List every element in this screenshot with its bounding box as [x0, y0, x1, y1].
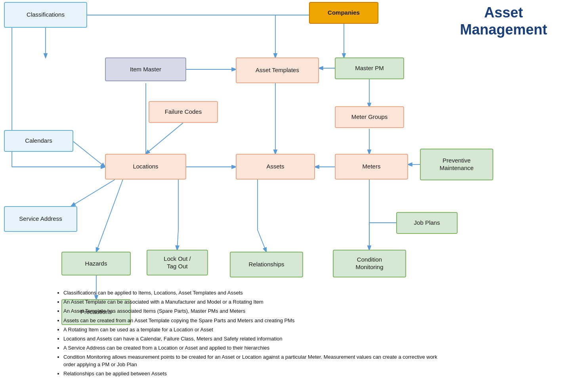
failure-codes-node: Failure Codes — [149, 101, 218, 123]
companies-node: Companies — [309, 2, 378, 24]
note-item: Assets can be created from an Asset Temp… — [63, 317, 444, 324]
note-item: A Rotating Item can be used as a templat… — [63, 326, 444, 333]
condition-monitoring-node: Condition Monitoring — [333, 250, 406, 277]
note-item: An Asset Template can be associated with… — [63, 298, 444, 306]
item-master-node: Item Master — [105, 57, 186, 81]
note-item: Locations and Assets can have a Calendar… — [63, 335, 444, 342]
notes-list: Classifications can be applied to Items,… — [55, 289, 444, 377]
meters-node: Meters — [335, 154, 408, 180]
note-item: Classifications can be applied to Items,… — [63, 289, 444, 296]
svg-line-19 — [177, 230, 178, 250]
page-title: AssetManagement — [448, 4, 559, 38]
assets-node: Assets — [236, 154, 315, 180]
svg-line-17 — [96, 180, 123, 252]
svg-line-21 — [258, 230, 266, 252]
service-address-node: Service Address — [4, 206, 77, 232]
classifications-node: Classifications — [4, 2, 87, 28]
svg-line-16 — [71, 180, 115, 206]
note-item: Relationships can be applied between Ass… — [63, 370, 444, 377]
svg-line-12 — [73, 142, 105, 167]
hazards-node: Hazards — [61, 252, 131, 275]
meter-groups-node: Meter Groups — [335, 106, 404, 128]
relationships-node: Relationships — [230, 252, 303, 277]
note-item: Condition Monitoring allows measurement … — [63, 354, 444, 368]
note-item: An Asset Template has associated Items (… — [63, 308, 444, 315]
note-item: A Service Address can be created from a … — [63, 344, 444, 352]
notes-area: Classifications can be applied to Items,… — [55, 289, 444, 379]
calendars-node: Calendars — [4, 130, 73, 152]
svg-line-10 — [146, 123, 183, 154]
preventive-maintenance-node: Preventive Maintenance — [420, 149, 493, 180]
locations-node: Locations — [105, 154, 186, 180]
job-plans-node: Job Plans — [396, 212, 458, 234]
master-pm-node: Master PM — [335, 57, 404, 79]
asset-templates-node: Asset Templates — [236, 57, 319, 83]
lockout-tagout-node: Lock Out / Tag Out — [147, 250, 208, 275]
